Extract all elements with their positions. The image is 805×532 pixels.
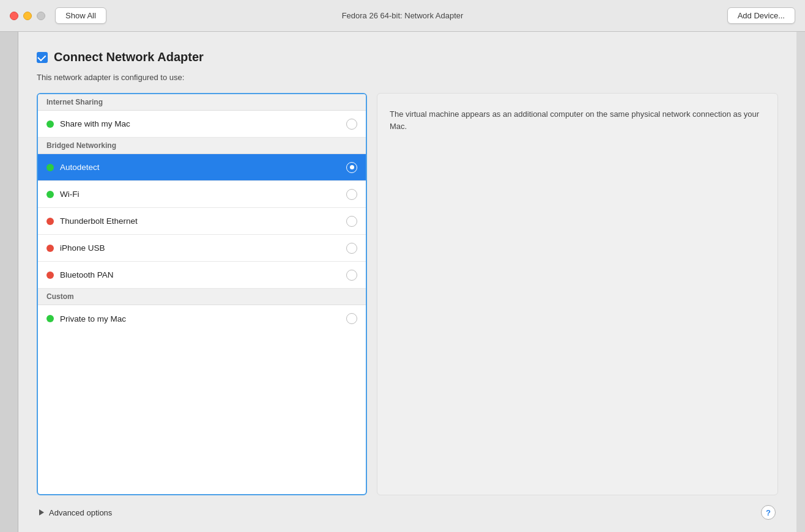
list-item-autodetect[interactable]: Autodetect — [38, 154, 366, 181]
list-item-iphone-usb[interactable]: iPhone USB — [38, 235, 366, 262]
main-content: Connect Network Adapter This network ada… — [18, 32, 796, 532]
page-title: Connect Network Adapter — [54, 50, 204, 64]
sidebar-strip — [0, 32, 18, 532]
triangle-icon — [39, 509, 44, 515]
network-list-panel: Internet Sharing Share with my Mac Bridg… — [37, 93, 367, 495]
radio-bluetooth-pan[interactable] — [346, 270, 357, 281]
radio-private-mac[interactable] — [346, 313, 357, 324]
list-item-wifi[interactable]: Wi-Fi — [38, 181, 366, 208]
radio-share-my-mac[interactable] — [346, 119, 357, 130]
item-label-private-mac: Private to my Mac — [60, 314, 346, 323]
status-dot-wifi — [46, 191, 54, 198]
add-device-button[interactable]: Add Device... — [727, 7, 795, 24]
status-dot-thunderbolt — [46, 218, 54, 225]
two-col-layout: Internet Sharing Share with my Mac Bridg… — [37, 93, 778, 495]
item-label-share-my-mac: Share with my Mac — [60, 119, 346, 128]
status-dot-iphone-usb — [46, 245, 54, 252]
list-item-private-mac[interactable]: Private to my Mac — [38, 305, 366, 332]
radio-wifi[interactable] — [346, 189, 357, 200]
status-dot-autodetect — [46, 164, 54, 171]
status-dot-bluetooth-pan — [46, 272, 54, 279]
minimize-button[interactable] — [23, 12, 32, 20]
group-header-custom: Custom — [38, 289, 366, 305]
item-label-thunderbolt: Thunderbolt Ethernet — [60, 216, 346, 226]
show-all-button[interactable]: Show All — [55, 7, 106, 24]
traffic-lights — [10, 12, 45, 20]
item-label-autodetect: Autodetect — [60, 163, 346, 172]
close-button[interactable] — [10, 12, 18, 20]
group-header-internet-sharing: Internet Sharing — [38, 94, 366, 111]
status-dot-green — [46, 120, 54, 128]
advanced-options-button[interactable]: Advanced options — [39, 508, 112, 517]
window: Show All Fedora 26 64-bit: Network Adapt… — [0, 0, 805, 532]
help-button[interactable]: ? — [761, 505, 776, 520]
radio-thunderbolt[interactable] — [346, 216, 357, 227]
header-row: Connect Network Adapter — [37, 50, 778, 64]
right-strip — [796, 32, 805, 532]
advanced-options-label: Advanced options — [49, 508, 112, 517]
item-label-iphone-usb: iPhone USB — [60, 243, 346, 253]
info-panel: The virtual machine appears as an additi… — [377, 93, 778, 495]
connect-checkbox[interactable] — [37, 52, 48, 63]
titlebar: Show All Fedora 26 64-bit: Network Adapt… — [0, 0, 805, 32]
subtitle-text: This network adapter is configured to us… — [37, 73, 778, 82]
item-label-bluetooth-pan: Bluetooth PAN — [60, 270, 346, 279]
radio-autodetect[interactable] — [346, 162, 357, 173]
list-item-share-my-mac[interactable]: Share with my Mac — [38, 111, 366, 138]
item-label-wifi: Wi-Fi — [60, 190, 346, 199]
maximize-button[interactable] — [37, 12, 45, 20]
info-description: The virtual machine appears as an additi… — [390, 109, 759, 131]
window-title: Fedora 26 64-bit: Network Adapter — [342, 11, 464, 20]
bottom-row: Advanced options ? — [37, 505, 778, 520]
group-header-bridged: Bridged Networking — [38, 138, 366, 154]
list-item-bluetooth-pan[interactable]: Bluetooth PAN — [38, 262, 366, 289]
radio-iphone-usb[interactable] — [346, 243, 357, 254]
status-dot-private-mac — [46, 315, 54, 322]
list-item-thunderbolt[interactable]: Thunderbolt Ethernet — [38, 208, 366, 235]
